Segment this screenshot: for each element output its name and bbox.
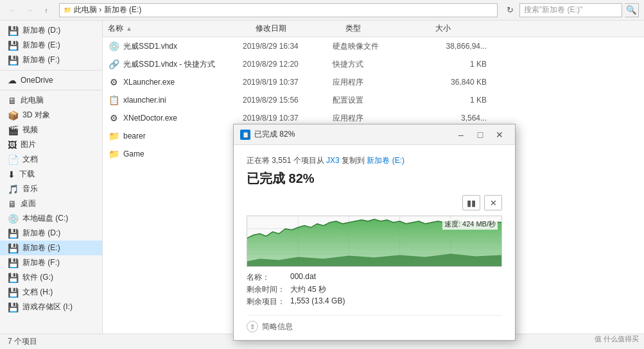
maximize-button[interactable]: □ — [471, 128, 489, 142]
file-date: 2019/8/19 10:37 — [243, 78, 333, 87]
sidebar-item-new-f2[interactable]: 💾 新加卷 (F:) — [0, 255, 102, 270]
folder-icon: 📁 — [108, 148, 119, 160]
sidebar-item-doc[interactable]: 📄 文档 — [0, 152, 102, 167]
sidebar-item-3d[interactable]: 📦 3D 对象 — [0, 108, 102, 123]
dialog-title-text: 已完成 82% — [254, 129, 295, 140]
table-row[interactable]: 🔗 光威SSD1.vhdx - 快捷方式 2019/8/29 12:20 快捷方… — [103, 55, 644, 73]
col-name-header[interactable]: 名称 ▲ — [108, 23, 256, 34]
video-icon: 🎬 — [8, 125, 19, 135]
sidebar-item-game-i[interactable]: 💾 游戏存储区 (I:) — [0, 300, 102, 314]
sidebar-item-download[interactable]: ⬇ 下载 — [0, 167, 102, 182]
file-name-cell: 📋 xlauncher.ini — [108, 94, 243, 106]
col-name-label: 名称 — [108, 23, 123, 34]
forward-button[interactable]: → — [22, 3, 37, 18]
sidebar-item-new-f[interactable]: 💾 新加卷 (F:) — [0, 53, 102, 67]
sidebar-item-label: 桌面 — [21, 198, 36, 209]
file-icon: 💿 — [108, 40, 119, 52]
sidebar-item-label: 文档 (H:) — [22, 287, 53, 298]
file-size: 38,866,94... — [422, 42, 487, 51]
file-name-cell: 📁 Game — [108, 148, 243, 160]
col-size-header[interactable]: 大小 — [435, 23, 500, 34]
sidebar-item-label: 软件 (G:) — [22, 272, 53, 283]
sidebar-item-local-c[interactable]: 💿 本地磁盘 (C:) — [0, 211, 102, 226]
sidebar-item-this-pc[interactable]: 🖥 此电脑 — [0, 93, 102, 108]
sidebar-item-label: 音乐 — [22, 183, 38, 194]
address-icon: 📁 — [64, 6, 71, 13]
column-headers: 名称 ▲ 修改日期 类型 大小 — [103, 21, 644, 37]
file-name: bearer — [123, 132, 146, 140]
sidebar-item-label: 视频 — [22, 124, 38, 135]
drive-icon: 💾 — [8, 243, 19, 253]
sidebar-item-software-g[interactable]: 💾 软件 (G:) — [0, 270, 102, 285]
progress-dialog: 📋 已完成 82% – □ ✕ 正在将 3,551 个项目从 JX3 复制到 新… — [233, 124, 516, 341]
file-name: XNetDoctor.exe — [123, 114, 177, 123]
sidebar-item-onedrive[interactable]: ☁ OneDrive — [0, 73, 102, 87]
sidebar-item-new-d2[interactable]: 💾 新加卷 (D:) — [0, 226, 102, 241]
dialog-body: 正在将 3,551 个项目从 JX3 复制到 新加卷 (E:) 已完成 82% … — [234, 145, 515, 340]
sidebar-item-desktop[interactable]: 🖥 桌面 — [0, 196, 102, 211]
sidebar-item-picture[interactable]: 🖼 图片 — [0, 137, 102, 152]
dest-label: 新加卷 (E:) — [367, 156, 405, 165]
dialog-title-bar: 📋 已完成 82% – □ ✕ — [234, 124, 515, 145]
up-button[interactable]: ↑ — [39, 3, 54, 18]
sidebar-item-label: OneDrive — [21, 76, 53, 85]
file-size: 3,564... — [422, 114, 487, 123]
file-name: Game — [123, 149, 144, 158]
sidebar-item-new-e[interactable]: 💾 新加卷 (E:) — [0, 38, 102, 53]
col-date-header[interactable]: 修改日期 — [256, 23, 345, 34]
time-value: 大约 45 秒 — [290, 284, 502, 295]
file-name-cell: ⚙ XLauncher.exe — [108, 76, 243, 88]
speed-chart: 速度: 424 MB/秒 — [247, 216, 502, 267]
minimize-button[interactable]: – — [452, 128, 470, 142]
address-bar[interactable]: 📁 此电脑 › 新加卷 (E:) — [59, 3, 498, 17]
dialog-title-icon: 📋 — [240, 130, 250, 140]
col-size-label: 大小 — [435, 24, 451, 33]
stop-button[interactable]: ✕ — [484, 195, 502, 210]
dialog-title-left: 📋 已完成 82% — [240, 129, 295, 140]
sidebar-item-label: 新加卷 (E:) — [22, 243, 60, 253]
drive-icon: 💾 — [8, 302, 19, 312]
speed-label: 速度: 424 MB/秒 — [442, 219, 498, 230]
folder-icon: 📁 — [108, 130, 119, 142]
col-type-label: 类型 — [345, 24, 361, 33]
time-label: 剩余时间： — [247, 284, 285, 295]
items-label: 剩余项目： — [247, 296, 285, 307]
filename-label: 名称： — [247, 272, 285, 283]
explorer-window: ← → ↑ 📁 此电脑 › 新加卷 (E:) ↻ 搜索"新加卷 (E:)" 🔍 … — [0, 0, 644, 349]
file-name: 光威SSD1.vhdx — [123, 41, 177, 52]
info-grid: 名称： 000.dat 剩余时间： 大约 45 秒 剩余项目： 1,553 (1… — [247, 272, 502, 307]
dialog-footer[interactable]: ⇧ 简略信息 — [247, 315, 502, 332]
sidebar-item-doc-h[interactable]: 💾 文档 (H:) — [0, 285, 102, 300]
sidebar-item-music[interactable]: 🎵 音乐 — [0, 182, 102, 196]
file-icon: 📋 — [108, 94, 119, 106]
col-type-header[interactable]: 类型 — [345, 23, 435, 34]
sidebar-item-label: 新加卷 (D:) — [22, 25, 60, 36]
sidebar-item-label: 新加卷 (E:) — [22, 40, 60, 51]
sidebar-item-label: 游戏存储区 (I:) — [22, 302, 73, 312]
back-button[interactable]: ← — [5, 3, 21, 18]
table-row[interactable]: 💿 光威SSD1.vhdx 2019/8/29 16:34 硬盘映像文件 38,… — [103, 37, 644, 55]
sidebar-item-new-d[interactable]: 💾 新加卷 (D:) — [0, 23, 102, 38]
sidebar-item-new-e2[interactable]: 💾 新加卷 (E:) — [0, 241, 102, 255]
refresh-button[interactable]: ↻ — [503, 3, 517, 17]
table-row[interactable]: ⚙ XLauncher.exe 2019/8/19 10:37 应用程序 36,… — [103, 73, 644, 91]
search-button[interactable]: 🔍 — [625, 3, 639, 17]
file-name-cell: 💿 光威SSD1.vhdx — [108, 40, 243, 52]
sidebar-item-video[interactable]: 🎬 视频 — [0, 123, 102, 137]
drive-icon: 💾 — [8, 40, 19, 51]
sidebar-item-label: 新加卷 (F:) — [22, 257, 60, 268]
pc-icon: 🖥 — [8, 96, 17, 106]
title-bar: ← → ↑ 📁 此电脑 › 新加卷 (E:) ↻ 搜索"新加卷 (E:)" 🔍 — [0, 0, 644, 21]
sidebar-item-label: 3D 对象 — [22, 110, 50, 121]
drive-icon: 💾 — [8, 26, 19, 36]
file-size: 36,840 KB — [422, 78, 487, 87]
item-count: 7 个项目 — [8, 336, 37, 347]
file-date: 2019/8/29 12:20 — [243, 60, 333, 69]
drive-icon: 💾 — [8, 287, 19, 298]
pause-button[interactable]: ▮▮ — [462, 195, 480, 210]
drive-icon: 💾 — [8, 273, 19, 283]
table-row[interactable]: 📋 xlauncher.ini 2019/8/29 15:56 配置设置 1 K… — [103, 91, 644, 109]
drive-icon: 💿 — [8, 214, 19, 224]
search-bar[interactable]: 搜索"新加卷 (E:)" — [519, 3, 622, 17]
close-button[interactable]: ✕ — [491, 128, 509, 142]
